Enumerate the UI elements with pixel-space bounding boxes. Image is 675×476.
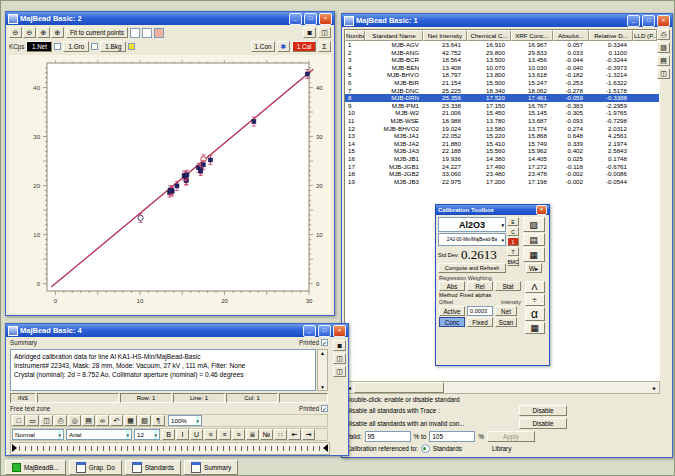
table-row[interactable]: 7MJB-DNC25.22518.34018.062-0.278-1.5178 (345, 87, 659, 95)
toolbox-titlebar[interactable]: Calibration Toolbox × (436, 205, 549, 215)
zoom-in-icon[interactable]: ⊕ (37, 27, 50, 38)
column-header[interactable]: Number (345, 30, 365, 41)
italic-button[interactable]: I (176, 429, 189, 440)
close-button[interactable]: × (333, 325, 346, 337)
horizontal-scrollbar[interactable]: ◄ ► (344, 381, 660, 394)
table-row[interactable]: 16MJB-JB119.93614.38014.4050.0250.1748 (345, 155, 659, 163)
ruler[interactable] (10, 442, 330, 455)
calibration-point-MJB-JA3[interactable] (185, 173, 189, 177)
image-icon[interactable]: ▧ (138, 415, 151, 426)
indent-button[interactable]: ⇥ (302, 429, 315, 440)
sigma-icon[interactable]: Σ (318, 41, 331, 52)
letter-bmc-button[interactable]: BMC (507, 257, 519, 266)
left-margin-marker[interactable] (12, 444, 17, 452)
series-net-button[interactable]: 1.Net (26, 41, 52, 52)
save-icon[interactable]: ◫ (318, 27, 331, 38)
paragraph-icon[interactable]: ¶ (152, 415, 165, 426)
chart-window-titlebar[interactable]: MajBead Basic: 2 _ □ × (6, 12, 334, 25)
scroll-right-icon[interactable]: ► (650, 385, 659, 391)
column-header[interactable]: Standard Name (365, 30, 423, 41)
style-select[interactable]: Normal▾ (12, 429, 64, 440)
camera-icon[interactable]: ◙ (303, 27, 316, 38)
table-row[interactable]: 6MJB-BIR21.15415.50015.247-0.253-1.6322 (345, 79, 659, 87)
bold-button[interactable]: B (162, 429, 175, 440)
standards-icon[interactable]: ▤ (523, 233, 545, 246)
element-select[interactable]: Al2O3▾ (438, 217, 506, 232)
scroll-down-icon[interactable]: ▼ (320, 384, 325, 390)
swatch-white-2[interactable] (142, 28, 152, 38)
calculator-icon[interactable]: ▦ (523, 247, 545, 262)
scrollbar-thumb[interactable] (354, 382, 444, 393)
tab-summary[interactable]: Summary (184, 460, 238, 475)
column-header[interactable]: Chemical C... (467, 30, 511, 41)
table-row[interactable]: 8MJB-DRN25.35617.52017.461-0.059-0.3388 (345, 94, 659, 102)
letter-e-button[interactable]: E (507, 217, 519, 226)
calibration-point-MJB-JB3[interactable] (199, 169, 203, 173)
save-icon[interactable]: ◫ (333, 353, 346, 364)
rel-button[interactable]: Rel (467, 281, 493, 291)
preview-icon[interactable]: ◎ (68, 415, 81, 426)
bkg-checkbox[interactable] (128, 43, 135, 50)
minimize-button[interactable]: _ (627, 15, 640, 27)
method-value[interactable]: Fixed alphas (460, 292, 492, 298)
regression-icon[interactable]: Λ (525, 281, 545, 293)
fit-to-points-button[interactable]: Fit to current points (66, 27, 128, 38)
underline-button[interactable]: U (190, 429, 203, 440)
table-row[interactable]: 2MJB-ANG42.75229.80029.8330.0330.1100 (345, 49, 659, 57)
export-icon[interactable]: ◫ (333, 366, 346, 377)
align-right-button[interactable]: ≡ (232, 429, 245, 440)
printed-checkbox[interactable]: ✓ (321, 339, 328, 346)
close-button[interactable]: × (319, 13, 332, 25)
stat-button[interactable]: Stat (495, 281, 521, 291)
column-header[interactable]: XRF Conc... (511, 30, 553, 41)
printed-checkbox[interactable]: ✓ (321, 405, 328, 412)
disable-trace-button[interactable]: Disable (519, 405, 567, 416)
calibration-point-MJB-ANG[interactable] (305, 72, 309, 76)
column-header[interactable]: LLD (P... (633, 30, 657, 41)
table-row[interactable]: 12MJB-BHVO219.02413.58013.7740.2742.0312 (345, 125, 659, 133)
table-row[interactable]: 9MJB-PM123.33817.15016.767-0.383-2.2959 (345, 102, 659, 110)
calibration-chart[interactable]: 0102030001010202030304040 (9, 55, 331, 313)
table-icon[interactable]: ▦ (124, 415, 137, 426)
letter-c-button[interactable]: C (507, 227, 519, 236)
zoom-out-icon[interactable]: ⊖ (23, 27, 36, 38)
net-checkbox[interactable] (54, 43, 61, 50)
standards-radio[interactable] (421, 444, 430, 453)
column-header[interactable]: Net Intensity (423, 30, 467, 41)
alpha-icon[interactable]: α (525, 307, 545, 321)
chart-icon[interactable]: ▨ (657, 42, 670, 53)
offset-value-field[interactable]: 0.0003 (467, 306, 493, 316)
fixed-button[interactable]: Fixed (467, 317, 493, 327)
table-row[interactable]: 19MJB-JB322.97517.20017.198-0.002-0.0544 (345, 178, 659, 186)
font-select[interactable]: Arial▾ (66, 429, 132, 440)
table-row[interactable]: 3MJB-BCR18.56413.50013.456-0.044-0.3244 (345, 56, 659, 64)
table-row[interactable]: 11MJB-WSE18.98813.78013.687-0.093-0.7298 (345, 117, 659, 125)
line-select[interactable]: 2A2-00-Min/MajBead-Ba▾ (438, 233, 506, 246)
restore-button[interactable]: □ (642, 15, 655, 27)
w-button[interactable]: W▸ (526, 263, 542, 273)
series-bkg-button[interactable]: 1.Bkg (100, 41, 126, 52)
swatch-white-1[interactable] (130, 28, 140, 38)
matrix-icon[interactable]: ▦ (525, 322, 545, 334)
tab-standards[interactable]: Standards (125, 460, 181, 475)
align-left-button[interactable]: ≡ (204, 429, 217, 440)
letter-one-button[interactable]: 1 (507, 237, 519, 246)
swatch-pink[interactable] (154, 28, 164, 38)
column-header[interactable]: Relative D... (589, 30, 633, 41)
net-button[interactable]: Net (495, 306, 517, 316)
calibration-point-MJB-BEN[interactable] (138, 215, 143, 220)
calibration-point-MJB-DNC[interactable] (208, 158, 212, 162)
gear-icon[interactable]: ✱ (277, 41, 290, 52)
paste-icon[interactable]: ▤ (82, 415, 95, 426)
table-row[interactable]: 17MJB-JGB124.22717.49017.272-0.118-0.676… (345, 163, 659, 171)
table-row[interactable]: 4MJB-BEN13.40810.07010.030-0.040-0.3973 (345, 64, 659, 72)
disable-invalid-button[interactable]: Disable (519, 418, 567, 429)
table-row[interactable]: 18MJB-JGB233.06023.48023.478-0.002-0.008… (345, 170, 659, 178)
gross-checkbox[interactable] (91, 43, 98, 50)
active-button[interactable]: Active (439, 306, 465, 316)
scroll-up-icon[interactable]: ▲ (320, 350, 325, 356)
bullet-list-button[interactable]: ∷ (274, 429, 287, 440)
abs-button[interactable]: Abs (439, 281, 465, 291)
tab-majbead[interactable]: MajBeadB... (5, 460, 66, 475)
zoom-select[interactable]: 100%▾ (168, 415, 202, 426)
